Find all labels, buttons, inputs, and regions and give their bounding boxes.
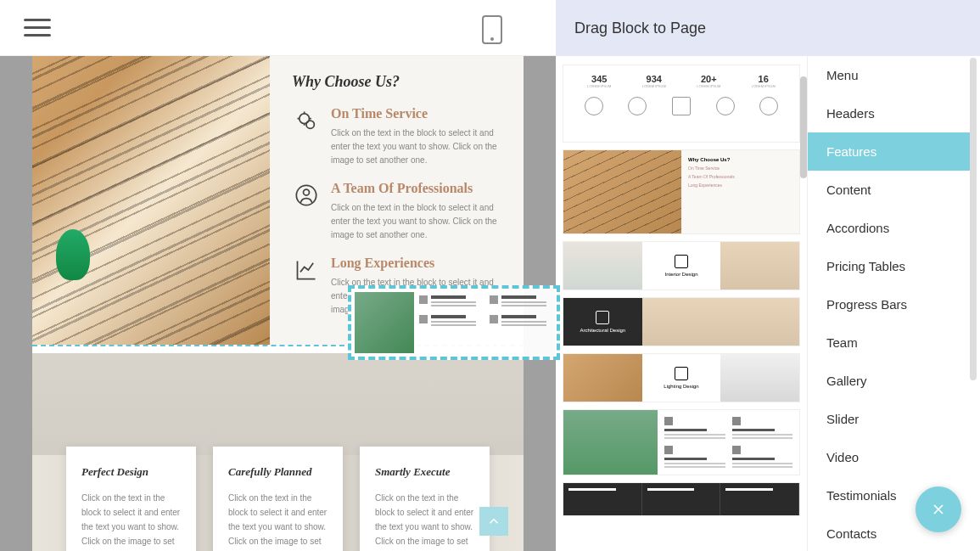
- section-image[interactable]: [32, 56, 270, 345]
- house-icon: [675, 255, 688, 268]
- categories-scrollbar[interactable]: [970, 58, 977, 380]
- category-headers[interactable]: Headers: [808, 94, 977, 132]
- feature-desc[interactable]: Click on the text in the block to select…: [331, 127, 501, 167]
- feature-item[interactable]: A Team Of ProfessionalsClick on the text…: [292, 181, 501, 242]
- close-panel-button[interactable]: [916, 486, 961, 532]
- category-accordions[interactable]: Accordions: [808, 209, 977, 247]
- block-thumb-lighting[interactable]: Lighting Design: [563, 353, 800, 402]
- close-icon: [930, 501, 947, 518]
- mobile-preview-icon[interactable]: [482, 15, 502, 44]
- blocks-panel: 345LOREM IPSUM 934LOREM IPSUM 20+LOREM I…: [556, 56, 980, 551]
- category-menu[interactable]: Menu: [808, 56, 977, 94]
- panel-title: Drag Block to Page: [574, 20, 706, 37]
- category-video[interactable]: Video: [808, 438, 977, 476]
- cards-row: Perfect DesignClick on the text in the b…: [32, 447, 524, 551]
- feature-desc[interactable]: Click on the text in the block to select…: [331, 201, 501, 242]
- card-title[interactable]: Perfect Design: [81, 465, 181, 479]
- card-title[interactable]: Smartly Execute: [375, 465, 474, 479]
- feature-item[interactable]: On Time ServiceClick on the text in the …: [292, 106, 501, 167]
- category-slider[interactable]: Slider: [808, 400, 977, 438]
- svg-point-3: [304, 189, 310, 195]
- info-card[interactable]: Perfect DesignClick on the text in the b…: [66, 447, 196, 551]
- svg-point-1: [306, 121, 314, 128]
- menu-button[interactable]: [24, 14, 51, 42]
- info-card[interactable]: Smartly ExecuteClick on the text in the …: [360, 447, 490, 551]
- block-thumb-interior[interactable]: Interior Design: [563, 241, 800, 290]
- block-thumb-details[interactable]: [563, 409, 800, 475]
- scroll-top-button[interactable]: [479, 507, 508, 536]
- category-pricing[interactable]: Pricing Tables: [808, 247, 977, 285]
- block-thumb-why-choose[interactable]: Why Choose Us?On Time ServiceA Team Of P…: [563, 149, 800, 234]
- feature-title[interactable]: Long Experiences: [331, 256, 501, 271]
- gear-icon: [292, 106, 321, 135]
- info-card[interactable]: Carefully PlannedClick on the text in th…: [213, 447, 343, 551]
- ghost-image: [355, 292, 414, 353]
- blocks-panel-header: Drag Block to Page: [556, 0, 980, 56]
- person-icon: [292, 181, 321, 210]
- feature-title[interactable]: A Team Of Professionals: [331, 181, 501, 196]
- block-thumb-stats[interactable]: 345LOREM IPSUM 934LOREM IPSUM 20+LOREM I…: [563, 65, 800, 143]
- chart-icon: [292, 256, 321, 284]
- card-desc[interactable]: Click on the text in the block to select…: [228, 491, 328, 551]
- thumbs-scrollbar[interactable]: [800, 76, 807, 178]
- category-progress[interactable]: Progress Bars: [808, 285, 977, 323]
- building-icon: [596, 311, 609, 324]
- category-gallery[interactable]: Gallery: [808, 362, 977, 400]
- category-list: Menu Headers Features Content Accordions…: [807, 56, 977, 551]
- block-thumbnails[interactable]: 345LOREM IPSUM 934LOREM IPSUM 20+LOREM I…: [556, 56, 807, 551]
- card-desc[interactable]: Click on the text in the block to select…: [81, 491, 181, 551]
- section-heading[interactable]: Why Choose Us?: [292, 73, 501, 91]
- dragging-block-preview[interactable]: [348, 285, 560, 360]
- block-thumb-arch[interactable]: Architectural Design: [563, 297, 800, 346]
- bulb-icon: [675, 367, 688, 380]
- category-features[interactable]: Features: [808, 132, 977, 171]
- block-thumb-dark-cols[interactable]: [563, 482, 800, 516]
- feature-title[interactable]: On Time Service: [331, 106, 501, 121]
- category-content[interactable]: Content: [808, 171, 977, 209]
- cards-section[interactable]: Perfect DesignClick on the text in the b…: [32, 353, 524, 551]
- category-team[interactable]: Team: [808, 323, 977, 362]
- card-desc[interactable]: Click on the text in the block to select…: [375, 491, 474, 551]
- card-title[interactable]: Carefully Planned: [228, 465, 328, 479]
